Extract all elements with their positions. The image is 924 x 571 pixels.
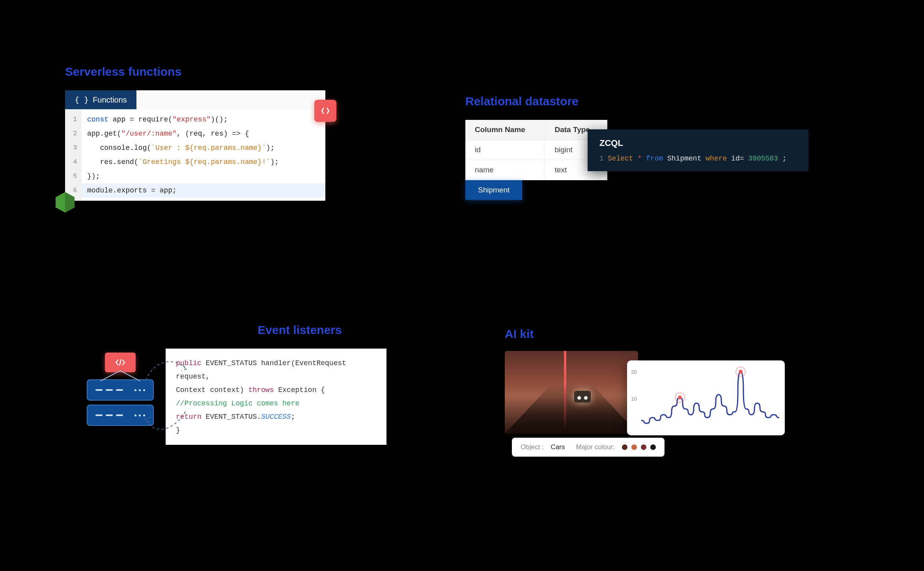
- editor-tabs: { } Functions: [65, 90, 325, 109]
- chart-svg: [641, 366, 779, 429]
- colour-label: Major colour:: [576, 443, 615, 451]
- ai-info-strip: Object : Cars Major colour:: [512, 438, 665, 457]
- shipment-button[interactable]: Shipment: [465, 180, 522, 200]
- code-badge-icon: [314, 100, 336, 122]
- road-image: [505, 351, 638, 434]
- dashed-arrow-icon: [142, 353, 189, 384]
- svg-point-3: [678, 396, 682, 399]
- colour-swatch: [650, 444, 656, 450]
- object-label: Object :: [521, 443, 544, 451]
- y-tick-20: 20: [631, 369, 637, 375]
- aikit-title: AI kit: [505, 327, 789, 341]
- code-body: 123456 const app = require("express")();…: [65, 109, 325, 201]
- server-stack: [87, 349, 154, 430]
- colour-swatch: [622, 444, 627, 450]
- object-value: Cars: [551, 443, 565, 451]
- colour-swatches: [622, 444, 656, 450]
- aikit-section: AI kit 20 10 Object : Cars Major colour:: [505, 327, 789, 434]
- events-section: Event listeners public EVEN: [87, 323, 422, 445]
- braces-icon: { }: [75, 95, 89, 104]
- car-icon: [574, 391, 591, 403]
- relational-title: Relational datastore: [465, 95, 820, 108]
- nodejs-icon: [53, 190, 77, 214]
- code-editor: { } Functions 123456 const app = require…: [65, 90, 325, 201]
- y-tick-10: 10: [631, 396, 637, 402]
- line-chart: 20 10: [627, 360, 785, 435]
- colour-swatch: [641, 444, 646, 450]
- dashed-arrow-icon: [142, 408, 189, 439]
- table-row: idbigint: [465, 140, 607, 160]
- line-gutter: 123456: [65, 109, 82, 201]
- functions-tab-label: Functions: [93, 95, 127, 104]
- functions-tab[interactable]: { } Functions: [65, 90, 136, 109]
- zcql-panel: ZCQL 1Select * from Shipment where id= 3…: [588, 129, 808, 171]
- schema-table: Column Name Data Type idbigintnametext: [465, 120, 607, 180]
- zcql-line-number: 1: [599, 155, 604, 162]
- col-header-name: Column Name: [465, 120, 545, 140]
- code-lines[interactable]: const app = require("express")();app.get…: [82, 109, 325, 201]
- zcql-title: ZCQL: [599, 138, 797, 148]
- colour-swatch: [631, 444, 637, 450]
- svg-marker-1: [65, 192, 75, 213]
- events-title: Event listeners: [177, 323, 422, 337]
- datastore-stack: Column Name Data Type idbigintnametext S…: [465, 120, 820, 200]
- serverless-title: Serverless functions: [65, 65, 341, 78]
- relational-section: Relational datastore Column Name Data Ty…: [465, 95, 820, 200]
- svg-point-5: [739, 370, 743, 374]
- table-row: nametext: [465, 160, 607, 180]
- aikit-body: 20 10 Object : Cars Major colour:: [505, 351, 789, 434]
- zcql-code[interactable]: 1Select * from Shipment where id= 390558…: [599, 155, 797, 162]
- serverless-section: Serverless functions { } Functions 12345…: [65, 65, 341, 201]
- tab-strip-empty: [136, 90, 325, 109]
- event-code-block[interactable]: public EVENT_STATUS handler(EventRequest…: [166, 349, 386, 445]
